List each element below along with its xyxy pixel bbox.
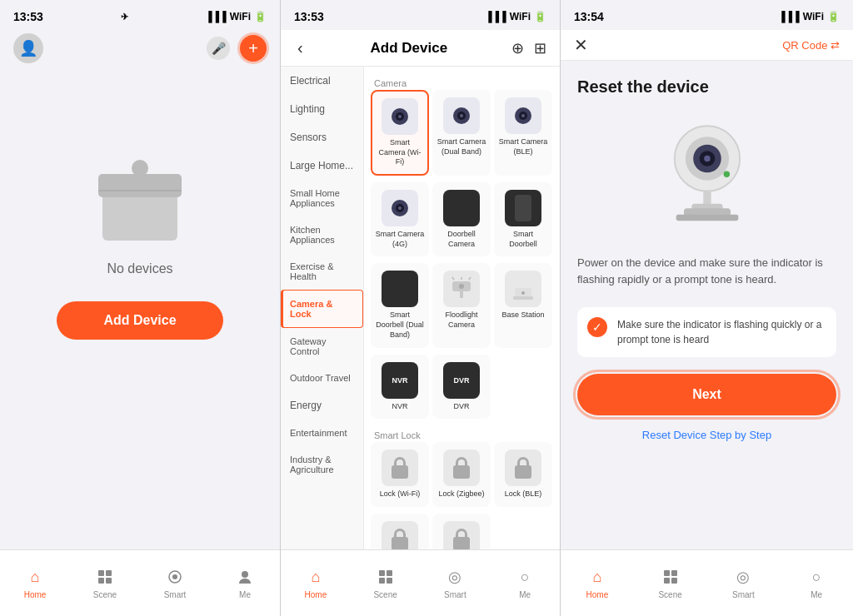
device-label: Base Station [501,310,544,320]
nav-me-3[interactable]: ○ Me [780,550,853,616]
checkbox-indicator[interactable]: ✓ [587,317,607,337]
sidebar-item-small-home[interactable]: Small Home Appliances [281,180,363,216]
doorbell-shape-2 [515,195,531,221]
sidebar-item-kitchen[interactable]: Kitchen Appliances [281,216,363,253]
add-device-header-button[interactable]: + [240,35,267,62]
svg-point-23 [398,206,402,210]
confirmation-checkbox-row: ✓ Make sure the indicator is flashing qu… [577,307,836,357]
status-bar-3: 13:54 ▐▐▐ WiFi 🔋 [561,0,853,30]
nav-smart[interactable]: Smart [140,550,210,616]
camera-grid-3: Smart Doorbell (Dual Band) [371,263,553,347]
device-smart-camera-4g[interactable]: Smart Camera (4G) [371,182,429,256]
sidebar-item-electrical[interactable]: Electrical [281,67,363,95]
signal-icon-2: ▐▐▐ [485,11,506,22]
device-doorbell-camera[interactable]: Doorbell Camera [432,182,491,256]
camera-ble-icon [505,97,541,134]
nav-home[interactable]: ⌂ Home [0,550,70,616]
sidebar-item-sensors[interactable]: Sensors [281,123,363,152]
nav-home-2[interactable]: ⌂ Home [281,550,351,616]
nvr-dvr-grid: NVR NVR DVR DVR [371,355,553,420]
lock-body [392,465,408,479]
device-smart-camera-dual[interactable]: Smart Camera (Dual Band) [432,90,491,176]
user-avatar: 👤 [13,33,43,63]
svg-rect-6 [106,570,112,576]
svg-rect-31 [513,296,533,300]
nav-me-2[interactable]: ○ Me [490,550,560,616]
nav-scene[interactable]: Scene [70,550,140,616]
scene-icon-2 [376,567,396,587]
add-device-button[interactable]: Add Device [57,301,223,340]
no-devices-label: No devices [107,261,172,276]
nvr-label: NVR [392,376,407,385]
doorbell-camera-icon [443,190,480,226]
device-doorbell-dual[interactable]: Smart Doorbell (Dual Band) [371,263,429,347]
device-smart-doorbell[interactable]: Smart Doorbell [494,182,552,256]
check-icon: ✓ [592,320,602,334]
reset-title: Reset the device [577,77,836,97]
phone-screen-3: 13:54 ▐▐▐ WiFi 🔋 ✕ QR Code ⇄ Reset the d… [560,0,853,616]
sidebar-item-entertainment[interactable]: Entertainment [281,420,363,446]
svg-rect-36 [387,578,392,584]
sidebar-item-energy[interactable]: Energy [281,391,363,420]
reset-description: Power on the device and make sure the in… [577,255,836,287]
qr-code-label[interactable]: QR Code ⇄ [782,39,840,52]
home-icon-2: ⌂ [306,567,326,587]
screen2-body: Electrical Lighting Sensors Large Home..… [281,67,560,583]
back-button[interactable]: ‹ [294,35,307,61]
device-base-station[interactable]: Base Station [494,263,552,347]
svg-rect-25 [460,291,463,298]
lock-body-4 [392,537,408,550]
lock-shackle-4 [394,529,406,537]
layout-icon[interactable]: ⊞ [534,39,546,57]
sidebar-item-outdoor[interactable]: Outdoor Travel [281,365,363,391]
bottom-nav-2: ⌂ Home Scene ◎ Smart ○ Me [281,549,560,616]
reset-step-link[interactable]: Reset Device Step by Step [577,429,836,441]
scene-icon [95,567,115,587]
svg-rect-49 [664,578,670,584]
device-label: Smart Doorbell (Dual Band) [375,310,425,340]
device-lock-zigbee[interactable]: Lock (Zigbee) [432,442,491,507]
status-icons-2: ▐▐▐ WiFi 🔋 [485,11,546,22]
nav-home-3[interactable]: ⌂ Home [561,550,634,616]
screen1-content: No devices Add Device [0,70,280,340]
svg-rect-35 [379,578,385,584]
scan-icon[interactable]: ⊕ [511,39,524,57]
camera-wifi-icon [382,98,418,135]
sidebar-item-exercise[interactable]: Exercise & Health [281,253,363,290]
device-floodlight[interactable]: Floodlight Camera [432,263,491,347]
screen3-body: Reset the device Power on the [561,61,853,577]
dvr-icon: DVR [443,362,480,399]
device-list-main: Camera Smart Camera (Wi-Fi) Smart Camera… [364,67,560,583]
nav-smart-3[interactable]: ◎ Smart [707,550,781,616]
bottom-nav-1: ⌂ Home Scene Smart Me [0,549,280,616]
sidebar-item-lighting[interactable]: Lighting [281,95,363,123]
device-nvr[interactable]: NVR NVR [371,355,429,420]
wifi-icon: WiFi [230,11,251,22]
time-1: 13:53 [13,10,43,23]
device-smart-camera-wifi[interactable]: Smart Camera (Wi-Fi) [371,90,429,176]
device-lock-ble[interactable]: Lock (BLE) [494,442,552,507]
sidebar-item-camera-lock[interactable]: Camera & Lock [281,290,363,328]
nav-scene-3[interactable]: Scene [634,550,707,616]
sidebar-item-large-home[interactable]: Large Home... [281,152,363,180]
device-dvr[interactable]: DVR DVR [432,355,491,420]
nav-me[interactable]: Me [210,550,280,616]
lock-wifi-icon [382,450,418,486]
nav-smart-2[interactable]: ◎ Smart [421,550,491,616]
mic-icon[interactable]: 🎤 [207,37,230,60]
profile-icon-3: ○ [806,567,826,587]
lock-body-5 [453,537,470,550]
nav-scene-2[interactable]: Scene [351,550,421,616]
close-button[interactable]: ✕ [574,35,588,55]
device-label: NVR [392,402,407,412]
floodlight-icon [443,271,480,307]
sidebar-item-industry[interactable]: Industry & Agriculture [281,446,363,483]
category-sidebar: Electrical Lighting Sensors Large Home..… [281,67,364,583]
sidebar-item-gateway[interactable]: Gateway Control [281,328,363,365]
device-lock-wifi[interactable]: Lock (Wi-Fi) [371,442,429,507]
smart-doorbell-icon [505,190,541,226]
svg-rect-47 [664,570,670,576]
base-station-icon [505,271,541,307]
next-button[interactable]: Next [577,374,836,415]
device-smart-camera-ble[interactable]: Smart Camera (BLE) [494,90,552,176]
